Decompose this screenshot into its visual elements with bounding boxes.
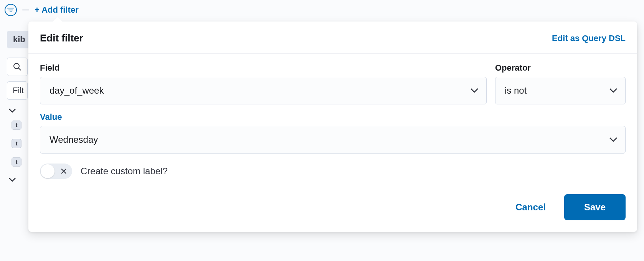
operator-select-value: is not (505, 85, 527, 96)
popover-body: Field day_of_week Operator is not (28, 54, 637, 232)
side-content: kib Filt t t t (7, 31, 31, 190)
edit-filter-popover: Edit filter Edit as Query DSL Field day_… (28, 21, 637, 232)
search-icon (13, 62, 22, 71)
field-type-badge[interactable]: t (12, 157, 21, 167)
filter-box-label: Filt (13, 86, 24, 96)
field-type-badge[interactable]: t (12, 139, 21, 148)
popover-title: Edit filter (40, 32, 83, 44)
separator-dash (22, 10, 29, 10)
chevron-down-icon (470, 88, 479, 93)
value-group: Value Wednesday (40, 112, 626, 154)
cancel-button[interactable]: Cancel (514, 199, 547, 216)
chevron-down-icon (8, 177, 16, 182)
close-icon (61, 168, 67, 174)
search-box-partial[interactable] (7, 58, 28, 76)
custom-label-toggle[interactable] (40, 164, 72, 179)
svg-point-3 (14, 63, 19, 69)
popover-header: Edit filter Edit as Query DSL (28, 21, 637, 54)
filter-box-partial[interactable]: Filt (7, 81, 28, 100)
index-pattern-chip[interactable]: kib (7, 31, 31, 48)
chevron-down-icon (8, 108, 16, 113)
field-select-value: day_of_week (50, 85, 104, 96)
field-operator-row: Field day_of_week Operator is not (40, 63, 626, 104)
filter-toolbar: + Add filter (0, 0, 644, 20)
value-select[interactable]: Wednesday (40, 126, 626, 154)
collapse-chevron-row[interactable] (7, 174, 31, 185)
toggle-knob (41, 164, 54, 178)
field-label: Field (40, 63, 487, 73)
chevron-down-icon (609, 137, 618, 142)
popover-footer: Cancel Save (40, 194, 626, 220)
custom-label-toggle-row: Create custom label? (40, 164, 626, 179)
chevron-down-icon (609, 88, 618, 93)
save-button[interactable]: Save (564, 194, 626, 220)
value-label: Value (40, 112, 626, 122)
operator-group: Operator is not (495, 63, 626, 104)
field-group: Field day_of_week (40, 63, 487, 104)
value-select-value: Wednesday (50, 134, 98, 145)
edit-as-query-dsl-link[interactable]: Edit as Query DSL (552, 33, 626, 43)
custom-label-toggle-label: Create custom label? (81, 166, 168, 177)
operator-select[interactable]: is not (495, 77, 626, 104)
field-select[interactable]: day_of_week (40, 77, 487, 104)
filter-icon[interactable] (5, 4, 17, 16)
svg-line-4 (18, 68, 21, 70)
collapse-chevron-row[interactable] (7, 105, 31, 116)
operator-label: Operator (495, 63, 626, 73)
add-filter-button[interactable]: + Add filter (35, 5, 79, 15)
field-type-badge[interactable]: t (12, 121, 21, 130)
